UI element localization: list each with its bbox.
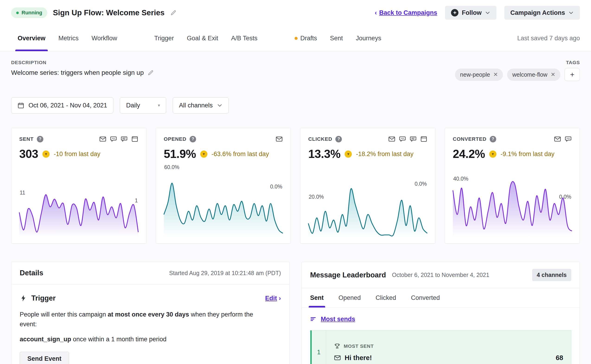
channel-email-icon <box>99 136 106 143</box>
leaderboard-tab-opened[interactable]: Opened <box>339 288 361 307</box>
delta-text: -63.6% from last day <box>212 150 269 158</box>
leaderboard-entry[interactable]: 1 MOST SENT Hi there! 68 <box>310 330 571 364</box>
sent-sparkline-chart: 11 1 <box>19 167 138 237</box>
channel-chat-dots-icon <box>564 136 572 143</box>
metric-card-sent: SENT ? 303 ▾ -10 from last day 11 1 <box>11 128 146 244</box>
details-title: Details <box>20 269 43 277</box>
status-badge: Running <box>11 7 47 18</box>
tab-sent[interactable]: Sent <box>324 26 350 51</box>
sort-icon <box>310 316 317 323</box>
chevron-down-icon <box>485 10 491 15</box>
chevron-down-icon <box>568 10 574 15</box>
campaign-actions-button[interactable]: Campaign Actions <box>504 6 580 20</box>
leaderboard-tabbar: Sent Opened Clicked Converted <box>302 288 580 308</box>
channel-icons <box>388 136 427 143</box>
metric-value: 51.9% <box>164 147 196 161</box>
trigger-description: People will enter this campaign at most … <box>20 310 265 329</box>
tab-metrics[interactable]: Metrics <box>52 26 85 51</box>
channel-icons <box>99 136 138 143</box>
leaderboard-tab-converted[interactable]: Converted <box>411 288 440 307</box>
channel-chat-lines-icon <box>410 136 417 143</box>
drafts-dot-icon <box>295 37 298 40</box>
tab-trigger[interactable]: Trigger <box>148 26 180 51</box>
leaderboard-title: Message Leaderboard <box>310 271 386 279</box>
channel-chat-lines-icon <box>120 136 128 143</box>
most-sends-link[interactable]: Most sends <box>321 316 355 323</box>
back-chevron-icon: ‹ <box>375 9 377 16</box>
axis-label-left: 60.0% <box>164 164 179 170</box>
metric-label: OPENED <box>164 136 186 142</box>
lightning-bolt-icon <box>20 294 27 302</box>
delta-down-icon: ▾ <box>42 150 50 158</box>
tab-journeys[interactable]: Journeys <box>349 26 388 51</box>
remove-tag-icon[interactable]: ✕ <box>493 72 498 77</box>
edit-title-pencil-icon[interactable] <box>170 9 177 16</box>
opened-sparkline-chart: 60.0% 0.0% <box>164 167 283 237</box>
status-dot-icon <box>16 12 19 14</box>
tags-label: TAGS <box>455 60 580 65</box>
metric-value: 24.2% <box>453 147 485 161</box>
description-section: DESCRIPTION Welcome series: triggers whe… <box>0 60 591 81</box>
tab-drafts[interactable]: Drafts <box>288 26 324 51</box>
delta-down-icon: ▾ <box>200 150 207 158</box>
metric-value: 303 <box>19 147 38 161</box>
metric-label: SENT <box>19 136 33 142</box>
date-range-picker[interactable]: Oct 06, 2021 - Nov 04, 2021 <box>11 97 113 113</box>
channel-chat-dots-icon <box>399 136 406 143</box>
entry-rank: 1 <box>312 331 326 364</box>
leaderboard-date-range: October 6, 2021 to November 4, 2021 <box>392 272 489 278</box>
channel-email-icon <box>554 136 561 143</box>
back-to-campaigns-link[interactable]: ‹ Back to Campaigns <box>375 9 437 16</box>
app-header: Running Sign Up Flow: Welcome Series ‹ B… <box>0 0 591 26</box>
filter-row: Oct 06, 2021 - Nov 04, 2021 Daily ▾ All … <box>0 97 591 113</box>
entry-value: 68 <box>556 354 563 362</box>
tag-new-people: new-people ✕ <box>455 69 503 81</box>
follow-button[interactable]: + Follow <box>445 6 496 20</box>
tab-overview[interactable]: Overview <box>11 26 52 51</box>
help-icon[interactable]: ? <box>190 136 196 143</box>
help-icon[interactable]: ? <box>37 136 43 143</box>
delta-down-icon: ▾ <box>489 150 497 158</box>
delta-down-icon: ▾ <box>345 150 352 158</box>
edit-description-pencil-icon[interactable] <box>147 70 154 76</box>
metric-value: 13.3% <box>308 147 340 161</box>
metric-card-clicked: CLICKED ? 13.3% ▾ -18.2% from last day 2… <box>300 128 436 244</box>
help-icon[interactable]: ? <box>335 136 342 143</box>
metric-card-opened: OPENED ? 51.9% ▾ -63.6% from last day 60… <box>156 128 291 244</box>
channel-email-icon <box>388 136 395 143</box>
metric-label: CONVERTED <box>453 136 486 142</box>
delta-text: -9.1% from last day <box>501 150 555 158</box>
details-panel: Details Started Aug 29, 2019 at 10:21:48… <box>11 262 289 364</box>
leaderboard-tab-sent[interactable]: Sent <box>310 288 324 307</box>
last-saved-text: Last saved 7 days ago <box>517 35 580 42</box>
metric-card-converted: CONVERTED ? 24.2% ▾ -9.1% from last day … <box>445 128 580 244</box>
send-event-button[interactable]: Send Event <box>20 352 69 364</box>
channel-chat-dots-icon <box>110 136 117 143</box>
metric-label: CLICKED <box>308 136 332 142</box>
entry-badge: MOST SENT <box>344 343 374 349</box>
channels-select[interactable]: All channels <box>173 97 229 113</box>
channel-email-icon <box>276 136 283 143</box>
caret-down-icon: ▾ <box>158 103 160 108</box>
clicked-sparkline-chart: 20.0% 0.0% <box>308 167 427 237</box>
page-title: Sign Up Flow: Welcome Series <box>53 8 165 17</box>
description-label: DESCRIPTION <box>11 60 154 65</box>
calendar-icon <box>17 102 24 109</box>
delta-text: -18.2% from last day <box>356 150 413 158</box>
message-leaderboard-panel: Message Leaderboard October 6, 2021 to N… <box>302 262 580 364</box>
channel-icons <box>554 136 572 143</box>
entry-message-name: Hi there! <box>345 354 372 362</box>
interval-select[interactable]: Daily ▾ <box>120 97 166 113</box>
tab-workflow[interactable]: Workflow <box>85 26 124 51</box>
help-icon[interactable]: ? <box>490 136 496 143</box>
main-tabbar: Overview Metrics Workflow Trigger Goal &… <box>0 26 591 52</box>
edit-trigger-link[interactable]: Edit › <box>265 295 281 302</box>
tab-goal-exit[interactable]: Goal & Exit <box>180 26 225 51</box>
started-text: Started Aug 29, 2019 at 10:21:48 am (PDT… <box>169 270 281 276</box>
remove-tag-icon[interactable]: ✕ <box>551 72 555 77</box>
leaderboard-tab-clicked[interactable]: Clicked <box>376 288 396 307</box>
delta-text: -10 from last day <box>54 150 100 158</box>
add-tag-button[interactable]: + <box>564 68 580 81</box>
trigger-title: Trigger <box>31 294 56 302</box>
tab-ab-tests[interactable]: A/B Tests <box>225 26 264 51</box>
